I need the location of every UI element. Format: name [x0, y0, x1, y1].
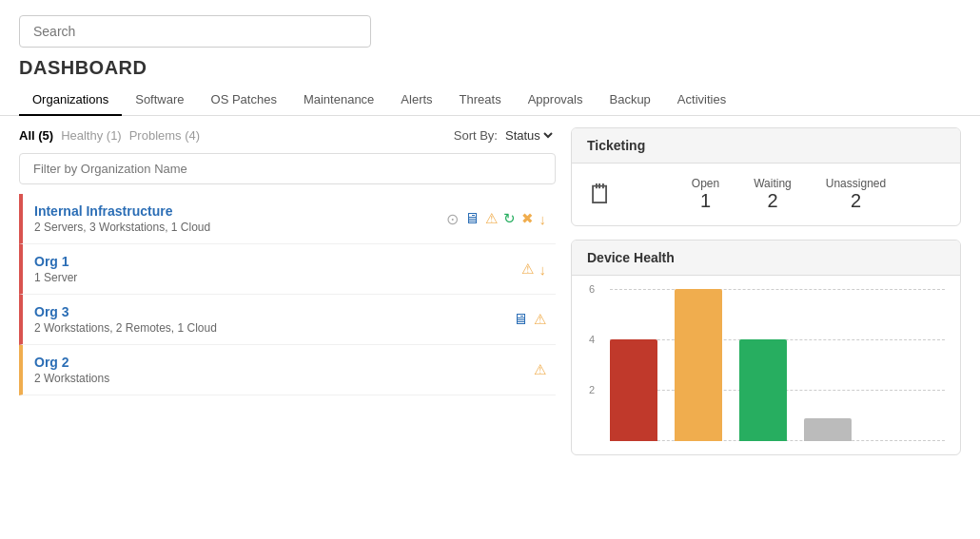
ticketing-body: 🗒 Open 1 Waiting 2 Unassigned 2	[572, 164, 960, 225]
bar-red-wrap	[610, 339, 657, 441]
search-input[interactable]	[19, 15, 371, 48]
ticketing-header: Ticketing	[572, 128, 960, 164]
monitor-icon[interactable]: 🖥	[464, 210, 480, 227]
page-title: DASHBOARD	[0, 57, 980, 85]
chart-bar-red	[610, 339, 657, 441]
org-item-internal-infrastructure: Internal Infrastructure 2 Servers, 3 Wor…	[19, 194, 556, 244]
ticket-unassigned-value: 2	[851, 190, 861, 212]
org-icons-org1: ⚠ ↓	[521, 260, 547, 278]
cross-icon[interactable]: ✖	[521, 210, 534, 227]
right-panel: Ticketing 🗒 Open 1 Waiting 2 Unassigned …	[571, 127, 961, 455]
org-details-internal: 2 Servers, 3 Workstations, 1 Cloud	[34, 221, 210, 234]
org-details-org2: 2 Workstations	[34, 372, 109, 385]
sort-label: Sort By:	[454, 128, 498, 143]
chart-label-6: 6	[589, 283, 595, 295]
ticket-open-label: Open	[692, 177, 719, 190]
ticket-unassigned-label: Unassigned	[826, 177, 886, 190]
ticket-waiting-value: 2	[767, 190, 777, 212]
down-arrow-icon-org1[interactable]: ↓	[539, 261, 547, 278]
down-arrow-icon[interactable]: ↓	[539, 211, 547, 227]
tab-backup[interactable]: Backup	[596, 85, 663, 116]
ticket-stat-open: Open 1	[692, 177, 719, 212]
warning-icon-org1[interactable]: ⚠	[521, 260, 534, 278]
bar-green-wrap	[739, 339, 787, 441]
tab-threats[interactable]: Threats	[446, 85, 515, 116]
ticketing-card: Ticketing 🗒 Open 1 Waiting 2 Unassigned …	[571, 127, 961, 226]
filter-tab-problems[interactable]: Problems (4)	[129, 128, 200, 143]
main-content: All (5) Healthy (1) Problems (4) Sort By…	[0, 116, 980, 467]
org-icons-org3: 🖥 ⚠	[513, 311, 546, 328]
nav-tabs: Organizations Software OS Patches Mainte…	[0, 85, 980, 116]
left-panel: All (5) Healthy (1) Problems (4) Sort By…	[19, 127, 556, 455]
chart-label-2: 2	[589, 384, 595, 395]
ticket-waiting-label: Waiting	[754, 177, 792, 190]
filter-bar: All (5) Healthy (1) Problems (4) Sort By…	[19, 127, 556, 144]
chart-bar-yellow	[675, 289, 722, 441]
device-health-body: 6 4 2	[572, 276, 960, 454]
ticket-icon: 🗒	[587, 179, 614, 210]
monitor-icon-org3[interactable]: 🖥	[513, 311, 528, 328]
org-item-org2: Org 2 2 Workstations ⚠	[19, 345, 556, 395]
ticket-stat-waiting: Waiting 2	[754, 177, 792, 212]
org-name-org2[interactable]: Org 2	[34, 355, 109, 370]
bar-yellow-wrap	[675, 289, 722, 441]
org-filter-input[interactable]	[19, 153, 556, 184]
warning-icon[interactable]: ⚠	[485, 210, 498, 227]
device-health-header: Device Health	[572, 241, 960, 276]
org-name-org1[interactable]: Org 1	[34, 254, 77, 269]
tab-maintenance[interactable]: Maintenance	[290, 85, 387, 116]
org-name-internal[interactable]: Internal Infrastructure	[34, 203, 210, 219]
org-list: Internal Infrastructure 2 Servers, 3 Wor…	[19, 194, 556, 395]
org-details-org1: 1 Server	[34, 271, 77, 284]
chart-bar-green	[739, 339, 787, 441]
chart-label-4: 4	[589, 334, 595, 345]
tab-alerts[interactable]: Alerts	[387, 85, 445, 116]
filter-tab-healthy[interactable]: Healthy (1)	[61, 128, 122, 143]
tab-software[interactable]: Software	[122, 85, 197, 116]
search-bar	[0, 0, 980, 57]
sort-by: Sort By: Status Name	[454, 127, 556, 144]
refresh-icon[interactable]: ↻	[503, 210, 516, 227]
warning-icon-org2[interactable]: ⚠	[534, 361, 546, 378]
sort-select[interactable]: Status Name	[501, 127, 556, 144]
org-icons-internal: ⊙ 🖥 ⚠ ↻ ✖ ↓	[446, 210, 547, 228]
ticket-stat-unassigned: Unassigned 2	[826, 177, 886, 212]
warning-icon-org3[interactable]: ⚠	[534, 311, 546, 328]
org-item-org1: Org 1 1 Server ⚠ ↓	[19, 244, 556, 295]
org-item-org3: Org 3 2 Workstations, 2 Remotes, 1 Cloud…	[19, 295, 556, 345]
tab-activities[interactable]: Activities	[664, 85, 739, 116]
bar-gray-wrap	[804, 418, 852, 441]
device-health-card: Device Health 6 4 2	[571, 240, 961, 455]
org-details-org3: 2 Workstations, 2 Remotes, 1 Cloud	[34, 321, 217, 335]
ticket-open-value: 1	[700, 190, 711, 212]
filter-tabs: All (5) Healthy (1) Problems (4)	[19, 128, 200, 143]
org-icons-org2: ⚠	[534, 361, 546, 378]
ticket-stats: Open 1 Waiting 2 Unassigned 2	[633, 177, 945, 212]
tab-organizations[interactable]: Organizations	[19, 85, 122, 116]
tab-os-patches[interactable]: OS Patches	[198, 85, 290, 116]
org-name-org3[interactable]: Org 3	[34, 304, 217, 319]
tab-approvals[interactable]: Approvals	[515, 85, 597, 116]
filter-tab-all[interactable]: All (5)	[19, 128, 53, 143]
chart-bar-gray	[804, 418, 852, 441]
dots-circle-icon[interactable]: ⊙	[446, 210, 459, 228]
